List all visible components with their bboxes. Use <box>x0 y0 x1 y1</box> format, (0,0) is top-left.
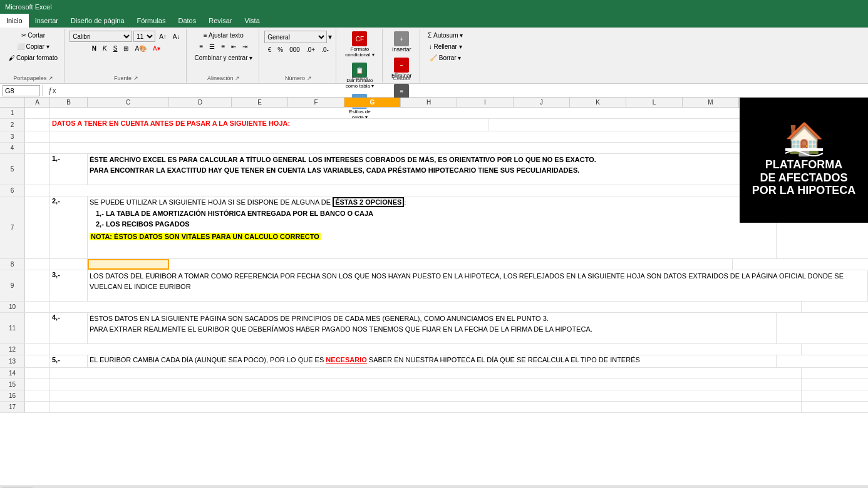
tab-revisar[interactable]: Revisar <box>202 14 238 28</box>
cell-A9[interactable] <box>25 270 50 301</box>
underline-button[interactable]: S <box>111 44 120 53</box>
currency-button[interactable]: € <box>266 45 274 54</box>
cell-A4[interactable] <box>25 143 50 153</box>
indent-increase-button[interactable]: ⇥ <box>240 42 250 51</box>
row-num-2: 2 <box>0 119 25 131</box>
cell-content-16[interactable] <box>50 390 802 401</box>
tab-vista[interactable]: Vista <box>239 14 266 28</box>
col-header-H[interactable]: H <box>401 98 457 107</box>
number-format-select[interactable]: General <box>264 31 327 43</box>
indent-decrease-button[interactable]: ⇤ <box>229 42 239 51</box>
fill-button[interactable]: ↓ Rellenar ▾ <box>426 42 465 51</box>
cell-A17[interactable] <box>25 402 50 412</box>
cell-A3[interactable] <box>25 131 50 142</box>
cell-A16[interactable] <box>25 390 50 401</box>
autosum-button[interactable]: Σ Autosum ▾ <box>425 31 465 40</box>
cell-B8[interactable] <box>50 259 88 270</box>
cell-row2-content: SE PUEDE UTILIZAR LA SIGUIENTE HOJA SI S… <box>88 196 777 258</box>
cell-A6[interactable] <box>25 185 50 196</box>
font-color-button[interactable]: A▾ <box>150 44 163 53</box>
cells-label: Celdas <box>384 75 420 81</box>
col-header-C[interactable]: C <box>88 98 169 107</box>
cell-A14[interactable] <box>25 368 50 379</box>
align-left-button[interactable]: ≡ <box>197 42 206 51</box>
font-name-select[interactable]: Calibri <box>70 31 132 42</box>
font-grow-button[interactable]: A↑ <box>157 32 169 41</box>
format-painter-button[interactable]: 🖌 Copiar formato <box>6 53 60 63</box>
ribbon-group-cells: + Insertar − Eliminar ≡ Formato Celdas <box>384 29 421 83</box>
grid-row-7: 7 2,- SE PUEDE UTILIZAR LA SIGUIENTE HOJ… <box>0 196 868 259</box>
clear-button[interactable]: 🧹 Borrar ▾ <box>427 53 463 63</box>
tab-formulas[interactable]: Fórmulas <box>131 14 172 28</box>
cell-A11[interactable] <box>25 313 50 343</box>
decimal-decrease-button[interactable]: .0- <box>319 45 331 54</box>
number-dropdown-arrow[interactable]: ▾ <box>328 33 332 41</box>
bold-button[interactable]: N <box>90 44 99 53</box>
cell-content-6[interactable] <box>50 185 802 196</box>
thousands-button[interactable]: 000 <box>287 45 302 54</box>
font-shrink-button[interactable]: A↓ <box>170 32 183 41</box>
cell-content-15[interactable] <box>50 379 802 390</box>
row1-text2: PARA ENCONTRAR LA EXACTITUD HAY QUE TENE… <box>90 165 774 176</box>
italic-button[interactable]: K <box>100 44 110 53</box>
cell-A15[interactable] <box>25 379 50 390</box>
decimal-increase-button[interactable]: .0+ <box>304 45 318 54</box>
col-header-E[interactable]: E <box>232 98 288 107</box>
merge-center-button[interactable]: Combinar y centrar ▾ <box>192 53 255 63</box>
cell-B9: 3,- <box>50 270 88 301</box>
cell-A12[interactable] <box>25 344 50 355</box>
cell-content-17[interactable] <box>50 402 802 412</box>
cut-button[interactable]: ✂ Cortar <box>19 31 48 40</box>
tab-datos[interactable]: Datos <box>172 14 202 28</box>
font-size-select[interactable]: 11 <box>133 31 155 42</box>
row2-label: 2,- <box>52 197 60 205</box>
col-header-M[interactable]: M <box>683 98 739 107</box>
fx-icon[interactable]: ƒx <box>46 86 59 95</box>
row-num-5: 5 <box>0 154 25 185</box>
tab-insertar[interactable]: Insertar <box>29 14 65 28</box>
cell-G8-active[interactable] <box>88 259 169 270</box>
cell-content-1[interactable] <box>50 108 802 118</box>
col-header-L[interactable]: L <box>626 98 683 107</box>
font-label: Fuente ↗ <box>66 75 186 81</box>
cell-A10[interactable] <box>25 302 50 312</box>
cell-content-12[interactable] <box>50 344 802 355</box>
copy-button[interactable]: ⬜ Copiar ▾ <box>14 42 51 51</box>
col-header-A[interactable]: A <box>25 98 50 107</box>
cell-row1-content: ÉSTE ARCHIVO EXCEL ES PARA CALCULAR A TÍ… <box>88 154 777 185</box>
cell-A1[interactable] <box>25 108 50 118</box>
insert-button[interactable]: + Insertar <box>388 29 416 55</box>
align-right-button[interactable]: ≡ <box>219 42 227 51</box>
ribbon-group-alignment: ≡ Ajustar texto ≡ ☰ ≡ ⇤ ⇥ Combinar y cen… <box>188 29 259 83</box>
fill-color-button[interactable]: A🎨 <box>132 44 149 53</box>
conditional-format-button[interactable]: CF Formatocondicional ▾ <box>341 29 378 60</box>
cell-reference-input[interactable] <box>3 85 40 96</box>
col-header-I[interactable]: I <box>457 98 514 107</box>
col-header-F[interactable]: F <box>288 98 344 107</box>
cell-A8[interactable] <box>25 259 50 270</box>
cell-A5[interactable] <box>25 154 50 185</box>
align-center-button[interactable]: ☰ <box>207 42 217 51</box>
grid-row-13: 13 5,- EL EURIBOR CAMBIA CADA DÍA (AUNQU… <box>0 355 868 368</box>
cell-A7[interactable] <box>25 196 50 258</box>
row3-label: 3,- <box>52 271 60 278</box>
formula-input[interactable] <box>61 87 865 94</box>
col-header-B[interactable]: B <box>50 98 88 107</box>
cell-A2[interactable] <box>25 119 50 131</box>
cell-content-8[interactable] <box>169 259 733 270</box>
col-header-G[interactable]: G <box>344 98 401 107</box>
logo-line3: POR LA HIPOTECA <box>752 184 855 197</box>
col-header-K[interactable]: K <box>570 98 626 107</box>
cell-A13[interactable] <box>25 355 50 367</box>
percent-button[interactable]: % <box>275 45 286 54</box>
tab-diseno[interactable]: Diseño de página <box>65 14 131 28</box>
col-header-D[interactable]: D <box>169 98 232 107</box>
cell-content-14[interactable] <box>50 368 802 379</box>
col-header-J[interactable]: J <box>514 98 570 107</box>
cell-content-4[interactable] <box>50 143 802 153</box>
wrap-text-button[interactable]: ≡ Ajustar texto <box>201 31 246 40</box>
tab-inicio[interactable]: Inicio <box>0 14 29 28</box>
cell-content-10[interactable] <box>50 302 802 312</box>
borders-button[interactable]: ⊞ <box>121 44 131 53</box>
cell-content-3[interactable] <box>50 131 802 142</box>
